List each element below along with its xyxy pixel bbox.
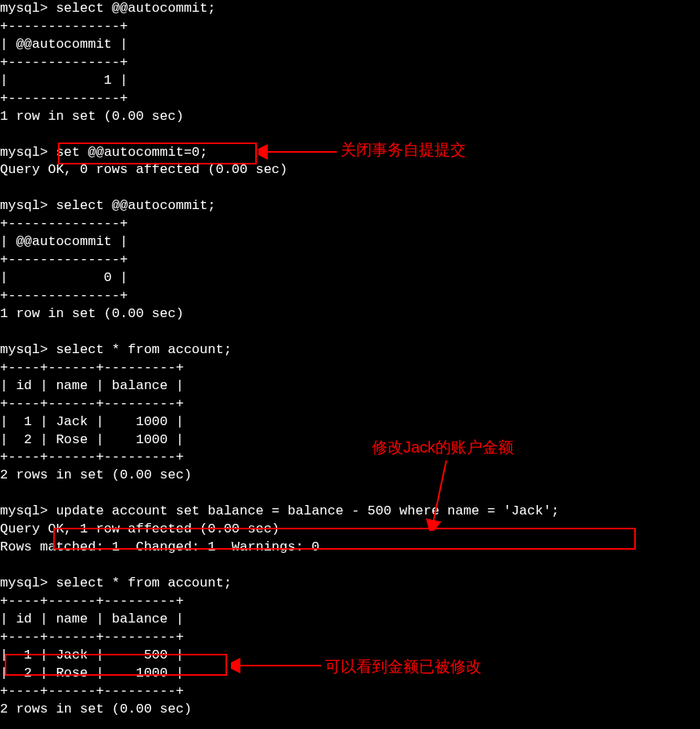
result-footer: 2 rows in set (0.00 sec): [0, 467, 192, 482]
query-result: Query OK, 0 rows affected (0.00 sec): [0, 162, 287, 177]
table-border: +----+------+---------+: [0, 360, 184, 375]
table-row: | 1 | Jack | 1000 |: [0, 414, 184, 429]
table-row: | 1 |: [0, 73, 128, 88]
table-header: | @@autocommit |: [0, 234, 128, 249]
table-border: +--------------+: [0, 288, 128, 303]
terminal-output[interactable]: mysql> select @@autocommit; +-----------…: [0, 0, 700, 719]
annotation-autocommit: 关闭事务自提提交: [341, 139, 466, 161]
mysql-prompt: mysql>: [0, 198, 48, 213]
highlight-box-set-autocommit: [58, 143, 257, 164]
annotation-update-jack: 修改Jack的账户金额: [372, 437, 514, 458]
table-border: +----+------+---------+: [0, 684, 184, 698]
table-border: +--------------+: [0, 91, 128, 106]
sql-query: select @@autocommit;: [56, 1, 215, 16]
annotation-balance-changed: 可以看到金额已被修改: [325, 656, 482, 677]
table-border: +----+------+---------+: [0, 630, 184, 644]
table-border: +--------------+: [0, 252, 128, 267]
table-header: | @@autocommit |: [0, 37, 128, 52]
sql-query: select * from account;: [56, 342, 231, 357]
table-border: +--------------+: [0, 216, 128, 231]
mysql-prompt: mysql>: [0, 145, 48, 160]
table-border: +--------------+: [0, 55, 128, 70]
table-header: | id | name | balance |: [0, 378, 184, 393]
mysql-prompt: mysql>: [0, 1, 48, 16]
highlight-box-updated-row: [5, 654, 227, 676]
table-row: | 2 | Rose | 1000 |: [0, 432, 184, 447]
highlight-box-update-query: [53, 528, 636, 550]
table-border: +----+------+---------+: [0, 594, 184, 608]
mysql-prompt: mysql>: [0, 342, 48, 357]
result-footer: 1 row in set (0.00 sec): [0, 109, 184, 124]
sql-query: update account set balance = balance - 5…: [56, 503, 559, 518]
sql-query: select @@autocommit;: [56, 198, 215, 213]
table-border: +--------------+: [0, 19, 128, 34]
mysql-prompt: mysql>: [0, 576, 48, 590]
table-border: +----+------+---------+: [0, 449, 184, 464]
table-row: | 0 |: [0, 270, 128, 285]
result-footer: 1 row in set (0.00 sec): [0, 306, 184, 321]
table-header: | id | name | balance |: [0, 612, 184, 626]
result-footer: 2 rows in set (0.00 sec): [0, 702, 192, 716]
mysql-prompt: mysql>: [0, 503, 48, 518]
sql-query: select * from account;: [56, 576, 231, 590]
table-border: +----+------+---------+: [0, 396, 184, 411]
